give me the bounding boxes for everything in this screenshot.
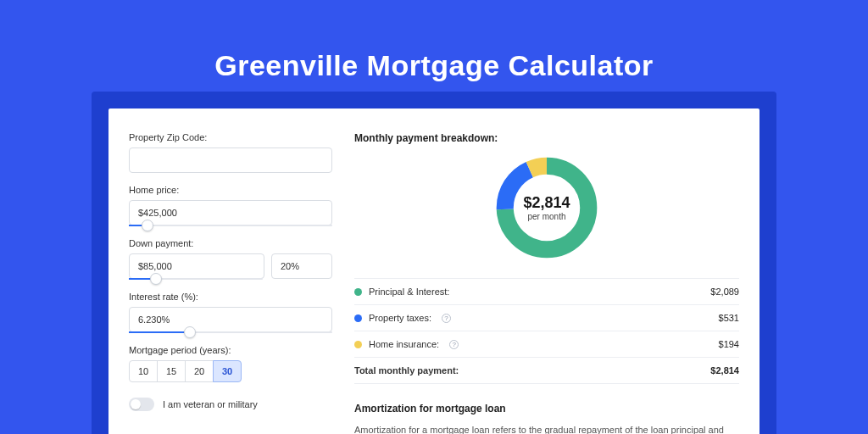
- legend-dot: [354, 341, 362, 348]
- legend: Principal & Interest:$2,089Property taxe…: [354, 278, 739, 384]
- down-payment-pct-input[interactable]: [271, 253, 332, 279]
- breakdown-title: Monthly payment breakdown:: [354, 132, 739, 144]
- rate-label: Interest rate (%):: [129, 292, 332, 302]
- home-price-slider-thumb[interactable]: [142, 220, 153, 231]
- period-buttons: 10152030: [129, 360, 332, 382]
- zip-label: Property Zip Code:: [129, 132, 332, 142]
- period-button-30[interactable]: 30: [213, 360, 242, 382]
- form-panel: Property Zip Code: Home price: Down paym…: [129, 132, 332, 411]
- rate-slider[interactable]: [129, 331, 332, 333]
- legend-value: $531: [719, 313, 739, 323]
- period-button-15[interactable]: 15: [157, 360, 186, 382]
- period-button-10[interactable]: 10: [129, 360, 158, 382]
- zip-input[interactable]: [129, 147, 332, 173]
- rate-slider-fill: [129, 331, 190, 333]
- donut-chart: $2,814 per month: [492, 153, 602, 263]
- rate-slider-thumb[interactable]: [184, 326, 196, 338]
- period-button-20[interactable]: 20: [185, 360, 214, 382]
- info-icon[interactable]: ?: [442, 314, 451, 323]
- legend-name: Property taxes:: [369, 313, 431, 323]
- breakdown-panel: Monthly payment breakdown: $2,814 per mo…: [354, 132, 739, 434]
- amortization-text: Amortization for a mortgage loan refers …: [354, 423, 739, 434]
- down-payment-slider[interactable]: [129, 278, 263, 280]
- down-payment-slider-thumb[interactable]: [150, 273, 162, 285]
- legend-name: Principal & Interest:: [369, 287, 449, 297]
- total-value: $2,814: [710, 365, 739, 376]
- page-title: Greenville Mortgage Calculator: [0, 49, 868, 82]
- legend-dot: [354, 288, 362, 296]
- info-icon[interactable]: ?: [449, 340, 459, 349]
- donut-center: $2,814 per month: [492, 153, 602, 263]
- zip-group: Property Zip Code:: [129, 132, 332, 173]
- down-payment-label: Down payment:: [129, 238, 332, 248]
- rate-input[interactable]: [129, 307, 332, 332]
- donut-value: $2,814: [523, 194, 570, 212]
- amortization-title: Amortization for mortgage loan: [354, 403, 739, 415]
- legend-value: $194: [719, 339, 739, 349]
- calculator-card: Property Zip Code: Home price: Down paym…: [108, 108, 760, 434]
- period-label: Mortgage period (years):: [129, 345, 332, 355]
- legend-name: Home insurance:: [369, 339, 439, 349]
- period-group: Mortgage period (years): 10152030: [129, 345, 332, 382]
- down-payment-group: Down payment:: [129, 238, 332, 280]
- veteran-toggle[interactable]: [129, 398, 154, 411]
- veteran-label: I am veteran or military: [163, 399, 258, 409]
- down-payment-input[interactable]: [129, 253, 264, 279]
- legend-row: Principal & Interest:$2,089: [354, 279, 739, 305]
- veteran-toggle-knob: [131, 399, 141, 409]
- amortization-section: Amortization for mortgage loan Amortizat…: [354, 403, 739, 434]
- legend-value: $2,089: [710, 287, 739, 297]
- legend-row: Property taxes:?$531: [354, 305, 739, 331]
- donut-sub: per month: [527, 212, 565, 221]
- home-price-label: Home price:: [129, 185, 332, 195]
- veteran-row: I am veteran or military: [129, 398, 332, 411]
- total-label: Total monthly payment:: [354, 365, 459, 376]
- legend-dot: [354, 314, 362, 322]
- home-price-input[interactable]: [129, 200, 332, 225]
- legend-row: Home insurance:?$194: [354, 331, 739, 358]
- donut-wrap: $2,814 per month: [354, 153, 739, 263]
- legend-total-row: Total monthly payment:$2,814: [354, 358, 739, 384]
- rate-group: Interest rate (%):: [129, 292, 332, 333]
- home-price-group: Home price:: [129, 185, 332, 226]
- home-price-slider[interactable]: [129, 225, 332, 226]
